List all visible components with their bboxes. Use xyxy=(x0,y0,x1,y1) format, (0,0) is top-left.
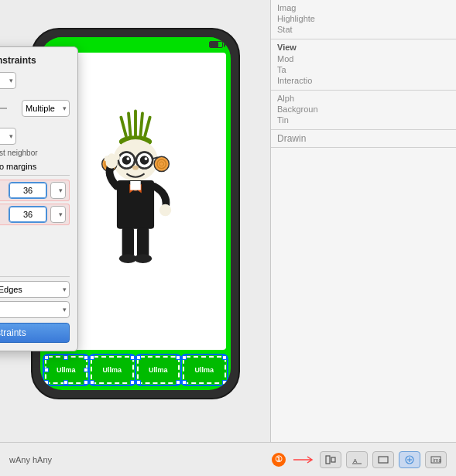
svg-point-33 xyxy=(114,154,120,160)
update-frames-select-wrap[interactable]: None xyxy=(0,301,70,318)
width-dropdown[interactable] xyxy=(50,182,66,199)
bottom-spacing-select-wrap[interactable]: 140 xyxy=(0,128,16,145)
align-select[interactable]: Leading Edges xyxy=(0,281,70,298)
annotation-1-arrow xyxy=(292,454,315,465)
height-label: Height xyxy=(0,210,5,219)
align-select-wrap[interactable]: Leading Edges xyxy=(0,281,70,298)
bottom-toolbar: ① A imag xyxy=(272,451,447,468)
svg-rect-36 xyxy=(136,227,148,257)
phone-btn-2[interactable]: Ullma xyxy=(91,356,134,384)
right-panel-appearance-section: Alph Backgroun Tin xyxy=(271,91,456,130)
svg-point-32 xyxy=(108,153,115,159)
height-dropdown[interactable] xyxy=(50,206,66,223)
spacing-label: Spacing to nearest neighbor xyxy=(0,149,70,157)
rp-highlighted-label: Highlighte xyxy=(277,14,347,23)
rp-mode-row: Mod xyxy=(277,54,450,63)
rp-view-title: View xyxy=(277,43,450,52)
rp-interaction-row: Interactio xyxy=(277,76,450,85)
svg-text:imag: imag xyxy=(433,457,441,464)
add-constraints-toolbar-button[interactable] xyxy=(399,451,420,468)
svg-rect-58 xyxy=(379,457,388,463)
spacing-label-row: Spacing to nearest neighbor xyxy=(0,149,70,157)
popup-title: Add New Constraints xyxy=(0,55,70,66)
divider-1 xyxy=(0,175,70,176)
top-spacing-select-wrap[interactable]: 21.5 xyxy=(0,72,16,89)
right-multiple-select-wrap[interactable]: Multiple xyxy=(22,100,70,117)
image-button[interactable]: imag xyxy=(425,451,447,468)
btn-1-label: Ullma xyxy=(57,366,76,374)
btn-3-label: Ullma xyxy=(149,366,168,374)
svg-rect-3 xyxy=(134,109,137,138)
constraints-popup: ② ③ Add New Constraints 21.5 xyxy=(0,46,78,351)
rp-image-row: Imag xyxy=(277,3,450,12)
frame-button[interactable] xyxy=(320,451,341,468)
rp-bg-row: Backgroun xyxy=(277,104,450,114)
rp-tint-label: Tin xyxy=(277,115,347,125)
height-constraint-row: ✓ Height xyxy=(0,204,70,225)
aspect-ratio-row[interactable]: Aspect Ratio xyxy=(0,259,70,272)
rp-mode-label: Mod xyxy=(277,54,347,63)
character-illustration xyxy=(66,101,205,302)
bottom-size-label: wAny hAny xyxy=(9,455,52,464)
right-panel-view-section: View Mod Ta Interactio xyxy=(271,39,456,91)
battery-icon xyxy=(209,41,223,48)
svg-point-34 xyxy=(159,204,170,215)
rp-bg-label: Backgroun xyxy=(277,104,347,114)
svg-point-22 xyxy=(154,156,169,171)
rp-alpha-row: Alph xyxy=(277,94,450,103)
rp-state-label: Stat xyxy=(277,25,347,34)
middle-spacing-row: Multiple Multiple xyxy=(0,93,70,124)
bottom-spacing-row: 140 xyxy=(0,128,70,145)
svg-rect-54 xyxy=(326,456,330,464)
right-panel: Imag Highlighte Stat View Mod Ta Interac… xyxy=(270,0,456,442)
svg-point-18 xyxy=(132,165,139,170)
phone-btn-4[interactable]: Ullma xyxy=(183,356,226,384)
phone-btn-1[interactable]: Ullma xyxy=(45,356,88,384)
right-panel-top-section: Imag Highlighte Stat xyxy=(271,0,456,39)
svg-rect-35 xyxy=(122,227,133,257)
right-multiple-select[interactable]: Multiple xyxy=(22,100,70,117)
phone-bottom-buttons: Ullma Ullma Ullma xyxy=(40,350,231,390)
btn-4-label: Ullma xyxy=(194,366,214,374)
right-panel-drawing-section: Drawin xyxy=(271,130,456,148)
rp-highlighted-row: Highlighte xyxy=(277,14,450,23)
equal-widths-row[interactable]: Equal Widths xyxy=(0,228,70,241)
update-frames-row: Update Frames None xyxy=(0,301,70,318)
rp-state-row: Stat xyxy=(277,25,450,34)
svg-rect-29 xyxy=(130,181,140,190)
btn-2-label: Ullma xyxy=(102,366,122,374)
constrain-margins-row[interactable]: Constrain to margins xyxy=(0,161,70,171)
baseline-button[interactable]: A xyxy=(346,451,368,468)
rect-button[interactable] xyxy=(372,451,394,468)
phone-btn-3[interactable]: Ullma xyxy=(137,356,180,384)
svg-point-11 xyxy=(126,157,129,160)
rp-tint-row: Tin xyxy=(277,115,450,125)
rp-interaction-label: Interactio xyxy=(277,76,347,85)
height-select[interactable] xyxy=(50,206,66,223)
svg-point-10 xyxy=(139,156,149,165)
equal-heights-row[interactable]: Equal Heights xyxy=(0,243,70,257)
svg-rect-2 xyxy=(126,111,132,138)
svg-point-12 xyxy=(144,157,147,160)
bottom-bar: wAny hAny ① A imag xyxy=(0,442,456,476)
top-spacing-select[interactable]: 21.5 xyxy=(0,72,16,89)
add-constraints-button[interactable]: Add 8 Constraints xyxy=(0,323,70,343)
rp-tag-label: Ta xyxy=(277,65,347,74)
update-frames-select[interactable]: None xyxy=(0,301,70,318)
annotation-1: ① xyxy=(272,453,286,467)
rp-tag-row: Ta xyxy=(277,65,450,74)
divider-2 xyxy=(0,276,70,277)
width-label: Width xyxy=(0,186,5,195)
width-select[interactable] xyxy=(50,182,66,199)
rp-drawing-label: Drawin xyxy=(277,133,306,144)
svg-rect-1 xyxy=(118,115,127,138)
width-input[interactable] xyxy=(9,183,46,198)
top-spacing-row: 21.5 xyxy=(0,72,70,89)
svg-rect-55 xyxy=(331,457,335,462)
bottom-spacing-select[interactable]: 140 xyxy=(0,128,16,145)
height-input[interactable] xyxy=(9,207,46,222)
align-row: Align Leading Edges xyxy=(0,281,70,298)
width-constraint-row: ✓ Width xyxy=(0,180,70,201)
constrain-margins-label: Constrain to margins xyxy=(0,162,36,171)
rp-image-label: Imag xyxy=(277,3,347,12)
